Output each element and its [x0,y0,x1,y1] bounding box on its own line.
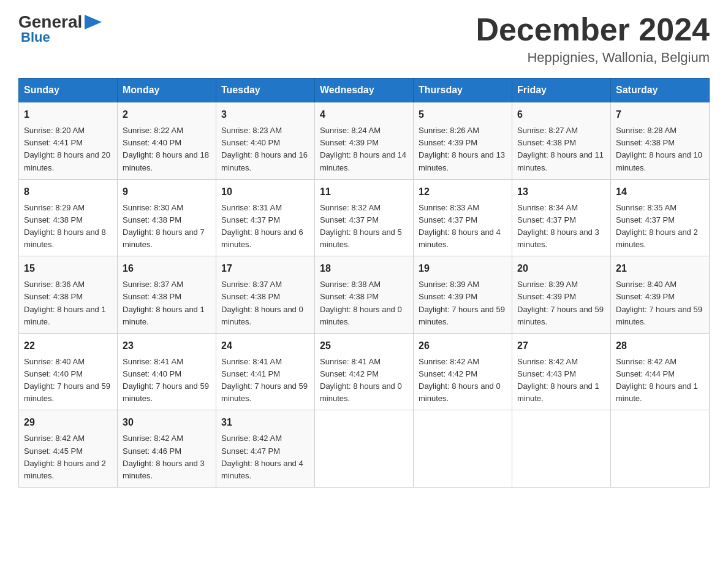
day-info: Sunrise: 8:39 AMSunset: 4:39 PMDaylight:… [419,280,505,326]
svg-marker-0 [85,15,102,29]
day-info: Sunrise: 8:33 AMSunset: 4:37 PMDaylight:… [419,203,501,249]
day-number: 9 [123,185,211,199]
day-info: Sunrise: 8:40 AMSunset: 4:40 PMDaylight:… [24,357,110,403]
calendar-cell [611,410,710,488]
calendar-cell: 20 Sunrise: 8:39 AMSunset: 4:39 PMDaylig… [512,256,611,334]
logo: General Blue [18,12,104,45]
day-info: Sunrise: 8:42 AMSunset: 4:46 PMDaylight:… [123,434,205,480]
logo-blue-text: Blue [21,29,50,45]
calendar-cell: 22 Sunrise: 8:40 AMSunset: 4:40 PMDaylig… [19,333,118,410]
day-number: 5 [419,107,507,122]
day-number: 17 [221,261,309,276]
day-number: 25 [320,339,408,353]
day-number: 15 [24,261,112,276]
day-number: 2 [123,107,211,122]
calendar-cell: 30 Sunrise: 8:42 AMSunset: 4:46 PMDaylig… [118,410,216,488]
day-info: Sunrise: 8:42 AMSunset: 4:43 PMDaylight:… [517,357,599,403]
day-info: Sunrise: 8:42 AMSunset: 4:47 PMDaylight:… [221,434,303,480]
day-info: Sunrise: 8:37 AMSunset: 4:38 PMDaylight:… [123,280,205,326]
calendar-cell: 6 Sunrise: 8:27 AMSunset: 4:38 PMDayligh… [512,102,611,180]
calendar-cell: 16 Sunrise: 8:37 AMSunset: 4:38 PMDaylig… [118,256,216,334]
day-number: 18 [320,261,408,276]
calendar-cell: 1 Sunrise: 8:20 AMSunset: 4:41 PMDayligh… [19,102,118,180]
day-number: 30 [123,415,211,430]
calendar-cell [512,410,611,488]
calendar-cell: 19 Sunrise: 8:39 AMSunset: 4:39 PMDaylig… [414,256,512,334]
calendar-header-row: Sunday Monday Tuesday Wednesday Thursday… [19,79,710,102]
day-info: Sunrise: 8:35 AMSunset: 4:37 PMDaylight:… [616,203,698,249]
day-info: Sunrise: 8:26 AMSunset: 4:39 PMDaylight:… [419,126,505,172]
day-number: 20 [517,261,605,276]
day-info: Sunrise: 8:37 AMSunset: 4:38 PMDaylight:… [221,280,303,326]
col-friday: Friday [512,79,611,102]
day-number: 16 [123,261,211,276]
col-wednesday: Wednesday [315,79,414,102]
calendar-cell: 4 Sunrise: 8:24 AMSunset: 4:39 PMDayligh… [315,102,414,180]
col-sunday: Sunday [19,79,118,102]
calendar-cell: 13 Sunrise: 8:34 AMSunset: 4:37 PMDaylig… [512,179,611,256]
day-info: Sunrise: 8:42 AMSunset: 4:44 PMDaylight:… [616,357,698,403]
calendar-cell [414,410,512,488]
calendar-cell: 7 Sunrise: 8:28 AMSunset: 4:38 PMDayligh… [611,102,710,180]
calendar-cell: 12 Sunrise: 8:33 AMSunset: 4:37 PMDaylig… [414,179,512,256]
calendar-body: 1 Sunrise: 8:20 AMSunset: 4:41 PMDayligh… [19,102,710,488]
col-tuesday: Tuesday [216,79,315,102]
calendar-cell: 29 Sunrise: 8:42 AMSunset: 4:45 PMDaylig… [19,410,118,488]
location-title: Heppignies, Wallonia, Belgium [476,50,710,66]
day-number: 10 [221,185,309,199]
day-number: 27 [517,339,605,353]
calendar-cell: 26 Sunrise: 8:42 AMSunset: 4:42 PMDaylig… [414,333,512,410]
day-info: Sunrise: 8:36 AMSunset: 4:38 PMDaylight:… [24,280,106,326]
calendar-cell: 2 Sunrise: 8:22 AMSunset: 4:40 PMDayligh… [118,102,216,180]
calendar-cell: 9 Sunrise: 8:30 AMSunset: 4:38 PMDayligh… [118,179,216,256]
calendar-cell: 5 Sunrise: 8:26 AMSunset: 4:39 PMDayligh… [414,102,512,180]
calendar-cell: 18 Sunrise: 8:38 AMSunset: 4:38 PMDaylig… [315,256,414,334]
day-number: 19 [419,261,507,276]
day-number: 28 [616,339,704,353]
day-info: Sunrise: 8:40 AMSunset: 4:39 PMDaylight:… [616,280,702,326]
col-saturday: Saturday [611,79,710,102]
day-info: Sunrise: 8:38 AMSunset: 4:38 PMDaylight:… [320,280,402,326]
day-info: Sunrise: 8:30 AMSunset: 4:38 PMDaylight:… [123,203,205,249]
day-info: Sunrise: 8:29 AMSunset: 4:38 PMDaylight:… [24,203,106,249]
col-monday: Monday [118,79,216,102]
month-title: December 2024 [476,12,710,47]
day-info: Sunrise: 8:42 AMSunset: 4:45 PMDaylight:… [24,434,106,480]
day-info: Sunrise: 8:39 AMSunset: 4:39 PMDaylight:… [517,280,604,326]
day-number: 12 [419,185,507,199]
day-info: Sunrise: 8:34 AMSunset: 4:37 PMDaylight:… [517,203,599,249]
calendar-cell: 27 Sunrise: 8:42 AMSunset: 4:43 PMDaylig… [512,333,611,410]
day-info: Sunrise: 8:28 AMSunset: 4:38 PMDaylight:… [616,126,702,172]
day-number: 14 [616,185,704,199]
calendar-cell: 14 Sunrise: 8:35 AMSunset: 4:37 PMDaylig… [611,179,710,256]
calendar-cell: 28 Sunrise: 8:42 AMSunset: 4:44 PMDaylig… [611,333,710,410]
calendar-cell: 17 Sunrise: 8:37 AMSunset: 4:38 PMDaylig… [216,256,315,334]
day-info: Sunrise: 8:32 AMSunset: 4:37 PMDaylight:… [320,203,402,249]
calendar-week-row: 15 Sunrise: 8:36 AMSunset: 4:38 PMDaylig… [19,256,710,334]
day-number: 1 [24,107,112,122]
calendar-cell: 3 Sunrise: 8:23 AMSunset: 4:40 PMDayligh… [216,102,315,180]
calendar-cell: 24 Sunrise: 8:41 AMSunset: 4:41 PMDaylig… [216,333,315,410]
calendar-week-row: 22 Sunrise: 8:40 AMSunset: 4:40 PMDaylig… [19,333,710,410]
col-thursday: Thursday [414,79,512,102]
day-number: 26 [419,339,507,353]
calendar-cell [315,410,414,488]
day-number: 24 [221,339,309,353]
day-info: Sunrise: 8:41 AMSunset: 4:41 PMDaylight:… [221,357,308,403]
page-header: General Blue December 2024 Heppignies, W… [18,12,710,66]
day-info: Sunrise: 8:22 AMSunset: 4:40 PMDaylight:… [123,126,209,172]
calendar-cell: 25 Sunrise: 8:41 AMSunset: 4:42 PMDaylig… [315,333,414,410]
day-number: 31 [221,415,309,430]
calendar-table: Sunday Monday Tuesday Wednesday Thursday… [18,78,710,488]
day-info: Sunrise: 8:31 AMSunset: 4:37 PMDaylight:… [221,203,303,249]
calendar-week-row: 1 Sunrise: 8:20 AMSunset: 4:41 PMDayligh… [19,102,710,180]
calendar-cell: 21 Sunrise: 8:40 AMSunset: 4:39 PMDaylig… [611,256,710,334]
calendar-cell: 11 Sunrise: 8:32 AMSunset: 4:37 PMDaylig… [315,179,414,256]
day-number: 4 [320,107,408,122]
day-number: 13 [517,185,605,199]
day-info: Sunrise: 8:41 AMSunset: 4:42 PMDaylight:… [320,357,402,403]
day-number: 11 [320,185,408,199]
calendar-cell: 10 Sunrise: 8:31 AMSunset: 4:37 PMDaylig… [216,179,315,256]
title-area: December 2024 Heppignies, Wallonia, Belg… [476,12,710,66]
day-number: 7 [616,107,704,122]
